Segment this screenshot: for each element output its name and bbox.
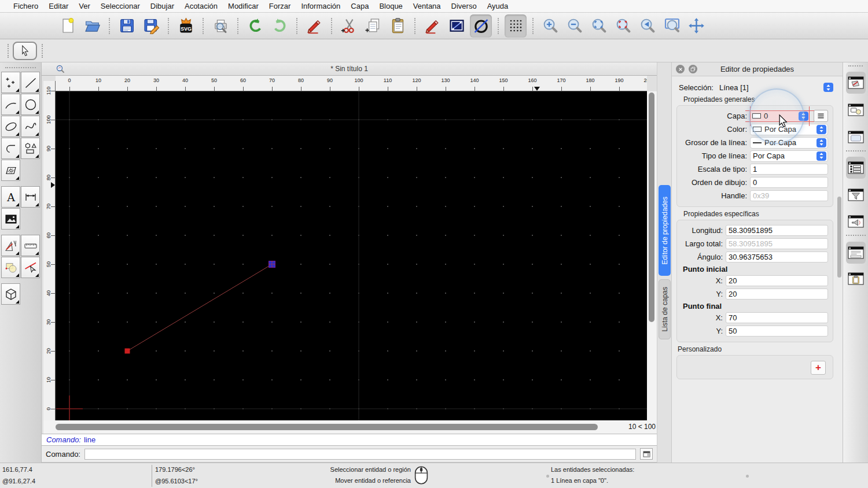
print-preview-button[interactable]	[209, 14, 231, 38]
selection-stepper[interactable]	[823, 83, 833, 92]
menu-item-bloque[interactable]: Bloque	[374, 2, 407, 10]
restrict-off-icon	[473, 17, 490, 34]
reference-dock-button[interactable]	[846, 210, 866, 232]
canvas-horizontal-scrollbar[interactable]: 10 < 100	[43, 420, 657, 434]
vertical-scrollbar-thumb[interactable]	[649, 93, 654, 322]
zoom-out-button[interactable]	[564, 14, 586, 38]
edit-pencil-button[interactable]	[421, 14, 443, 38]
polyline-tool-button[interactable]	[1, 138, 20, 159]
capa-menu-button[interactable]	[814, 110, 828, 122]
line-start-handle[interactable]	[125, 349, 130, 354]
panel-scrollbar-thumb[interactable]	[837, 197, 841, 278]
menu-item-modificar[interactable]: Modificar	[223, 2, 264, 10]
pi-x-input[interactable]	[726, 275, 828, 286]
selection-lines-button[interactable]	[446, 14, 468, 38]
clipboard-dock-button[interactable]	[846, 268, 866, 290]
menu-item-ver[interactable]: Ver	[73, 2, 95, 10]
zoom-window-button[interactable]	[661, 14, 683, 38]
grosor-stepper[interactable]	[816, 138, 826, 147]
svg-export-button[interactable]: SVG	[175, 14, 197, 38]
copy-button[interactable]	[362, 14, 384, 38]
command-options-button[interactable]	[640, 448, 653, 460]
line-entity[interactable]	[127, 264, 272, 351]
close-panel-button[interactable]	[676, 65, 685, 73]
hatch-tool-button[interactable]	[1, 160, 20, 181]
dimension-tool-button[interactable]	[21, 186, 40, 208]
drawing-canvas[interactable]	[56, 91, 647, 420]
escala-input[interactable]	[750, 164, 828, 175]
text-tool-button[interactable]: A	[1, 186, 20, 208]
angulo-input[interactable]	[726, 252, 828, 263]
handle-input[interactable]	[750, 190, 828, 201]
longitud-input[interactable]	[726, 225, 828, 236]
zoom-in-button[interactable]	[539, 14, 561, 38]
delete-eraser-button[interactable]	[303, 14, 325, 38]
dock-drag-handle[interactable]	[848, 65, 863, 66]
tipo-combo[interactable]: Por Capa	[750, 150, 828, 162]
selection-filter-dock-button[interactable]	[846, 184, 866, 206]
pi-y-input[interactable]	[726, 289, 828, 300]
layer-list-dock-button[interactable]	[846, 157, 866, 179]
canvas-vertical-scrollbar[interactable]	[647, 91, 657, 420]
toolbar-drag-handle-2[interactable]	[42, 44, 43, 58]
zoom-selection-button[interactable]	[612, 14, 634, 38]
new-file-button[interactable]	[57, 14, 79, 38]
menu-item-editar[interactable]: Editar	[43, 2, 73, 10]
library-browser-dock-button[interactable]	[846, 126, 866, 148]
menu-item-informacion[interactable]: Información	[296, 2, 345, 10]
toolbar-drag-handle[interactable]	[8, 44, 9, 58]
grid-toggle-button[interactable]	[505, 14, 527, 38]
menu-item-seleccionar[interactable]: Seleccionar	[95, 2, 145, 10]
image-tool-button[interactable]	[1, 208, 20, 230]
pan-button[interactable]	[685, 14, 707, 38]
float-panel-button[interactable]	[689, 65, 697, 73]
orden-input[interactable]	[750, 177, 828, 188]
misc-tools-tool-button[interactable]	[1, 235, 20, 256]
horizontal-scrollbar-thumb[interactable]	[56, 424, 598, 430]
shapes-tool-button[interactable]	[21, 138, 40, 159]
spline-tool-button[interactable]	[21, 116, 40, 137]
property-editor-dock-button[interactable]	[846, 72, 866, 94]
measure-tool-button[interactable]	[21, 235, 40, 256]
solid-tool-button[interactable]	[1, 283, 20, 305]
ellipse-tool-button[interactable]	[1, 116, 20, 137]
arc-tool-button[interactable]	[1, 94, 20, 115]
color-stepper[interactable]	[816, 125, 826, 134]
undo-button[interactable]	[244, 14, 266, 38]
menu-item-fichero[interactable]: Fichero	[8, 2, 43, 10]
largo-total-input[interactable]	[726, 238, 828, 249]
pf-x-input[interactable]	[726, 312, 828, 323]
command-line-dock-button[interactable]	[846, 242, 866, 264]
tab-lista-de-capas[interactable]: Lista de capas	[659, 279, 671, 339]
save-button[interactable]	[116, 14, 138, 38]
pf-y-input[interactable]	[726, 326, 828, 337]
paste-button[interactable]	[387, 14, 409, 38]
circle-tool-button[interactable]	[21, 94, 40, 115]
cut-button[interactable]	[338, 14, 360, 38]
line-tool-button[interactable]	[21, 72, 40, 93]
block-list-dock-button[interactable]	[846, 99, 866, 121]
menu-item-acotacion[interactable]: Acotación	[179, 2, 223, 10]
command-input[interactable]	[84, 449, 636, 460]
clipboard-dock-icon	[848, 272, 864, 285]
menu-item-forzar[interactable]: Forzar	[264, 2, 296, 10]
redo-button[interactable]	[269, 14, 290, 38]
menu-item-diverso[interactable]: Diverso	[446, 2, 482, 10]
restrict-off-button[interactable]	[470, 14, 492, 38]
save-as-button[interactable]	[140, 14, 162, 38]
selection-pointer-button[interactable]	[13, 42, 37, 60]
tipo-stepper[interactable]	[816, 151, 826, 161]
add-custom-property-button[interactable]: +	[811, 361, 826, 375]
menu-item-ayuda[interactable]: Ayuda	[482, 2, 514, 10]
zoom-previous-button[interactable]	[637, 14, 659, 38]
menu-item-capa[interactable]: Capa	[345, 2, 374, 10]
points-tool-button[interactable]	[1, 72, 20, 93]
select-tool-button[interactable]	[21, 257, 40, 278]
modify-tool-button[interactable]	[1, 257, 20, 278]
open-file-button[interactable]	[81, 14, 103, 38]
menu-item-dibujar[interactable]: Dibujar	[145, 2, 179, 10]
palette-drag-handle[interactable]	[5, 67, 36, 68]
menu-item-ventana[interactable]: Ventana	[408, 2, 446, 10]
tab-editor-de-propiedades[interactable]: Editor de propiedades	[659, 185, 671, 276]
zoom-auto-button[interactable]	[588, 14, 610, 38]
